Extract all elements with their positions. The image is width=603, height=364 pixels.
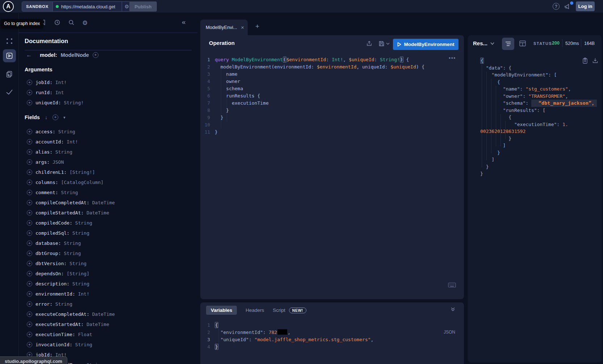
field-type[interactable]: Int! <box>78 291 89 297</box>
field-type[interactable]: Int! <box>67 139 78 145</box>
query-editor[interactable]: 1query ModelByEnvironment($environmentId… <box>200 56 461 136</box>
table-view-button[interactable] <box>519 41 526 46</box>
save-dropdown-chevron-icon[interactable] <box>386 42 390 45</box>
add-field-button[interactable]: + <box>27 301 32 307</box>
add-field-button[interactable]: + <box>27 180 32 185</box>
add-field-button[interactable]: + <box>27 159 32 165</box>
field-type[interactable]: String <box>75 342 92 347</box>
sidebar-item-explorer[interactable] <box>3 49 16 62</box>
field-type[interactable]: String <box>64 251 81 256</box>
field-name[interactable]: comment: <box>35 190 61 195</box>
sidebar-item-checks[interactable] <box>0 88 19 96</box>
keyboard-shortcuts-icon[interactable] <box>448 283 456 288</box>
add-field-button[interactable]: + <box>27 291 32 297</box>
settings-gear-icon[interactable]: ⚙ <box>82 19 88 27</box>
add-field-button[interactable]: + <box>27 311 32 317</box>
add-field-button[interactable]: + <box>27 322 32 327</box>
sidebar-item-schema[interactable] <box>0 70 19 78</box>
field-name[interactable]: dbtVersion: <box>35 261 70 266</box>
collapse-panel-icon[interactable]: « <box>182 18 186 26</box>
add-field-button[interactable]: + <box>27 281 32 286</box>
field-name[interactable]: compiledCode: <box>35 220 75 226</box>
field-name[interactable]: args: <box>35 159 53 165</box>
tab-headers[interactable]: Headers <box>246 306 264 315</box>
field-type[interactable]: String <box>55 301 72 307</box>
field-name[interactable]: executeStartedAt: <box>35 322 87 327</box>
response-viewer[interactable]: { "data": { "modelByEnvironment": [ { "n… <box>480 57 600 177</box>
save-button[interactable] <box>378 41 385 47</box>
add-field-button[interactable]: + <box>27 210 32 216</box>
field-name[interactable]: childrenL1: <box>35 170 70 175</box>
add-field-button[interactable]: + <box>27 200 32 205</box>
field-name[interactable]: dbtGroup: <box>35 251 64 256</box>
graph-index-icon[interactable] <box>5 37 14 45</box>
add-argument-button[interactable]: + <box>27 90 32 95</box>
field-type[interactable]: String <box>61 190 78 195</box>
field-name[interactable]: description: <box>35 281 72 286</box>
add-field-button[interactable]: + <box>27 149 32 155</box>
operation-tab[interactable]: ModelByEnvi... × <box>200 20 248 35</box>
add-field-button[interactable]: + <box>27 240 32 246</box>
field-type[interactable]: DateTime <box>92 311 115 317</box>
field-name[interactable]: executeCompletedAt: <box>35 311 92 317</box>
add-field-button[interactable]: + <box>27 271 32 276</box>
field-type[interactable]: String <box>87 362 104 364</box>
field-name[interactable]: executionTime: <box>35 332 78 337</box>
tab-script[interactable]: Script <box>273 306 285 315</box>
tab-variables[interactable]: Variables <box>206 306 237 315</box>
back-arrow-icon[interactable]: ← <box>26 52 32 58</box>
argument-type[interactable]: Int <box>55 90 64 95</box>
add-field-button[interactable]: + <box>27 332 32 337</box>
history-icon[interactable] <box>54 19 60 26</box>
add-argument-button[interactable]: + <box>27 80 32 85</box>
argument-name[interactable]: runId: <box>35 90 55 95</box>
share-button[interactable] <box>366 41 372 47</box>
field-name[interactable]: accountId: <box>35 139 67 145</box>
add-field-button[interactable]: + <box>27 139 32 145</box>
apollo-logo[interactable]: A <box>3 1 14 12</box>
field-type[interactable]: String <box>72 230 89 236</box>
field-type[interactable]: [CatalogColumn] <box>61 180 103 185</box>
add-field-button[interactable]: + <box>27 230 32 236</box>
field-type[interactable]: String <box>58 129 75 134</box>
argument-type[interactable]: Int! <box>55 80 67 85</box>
add-field-button[interactable]: + <box>27 251 32 256</box>
variables-editor[interactable]: 1{2 "environmentId": 782,3 "uniqueId": "… <box>200 322 461 351</box>
field-name[interactable]: database: <box>35 240 64 246</box>
field-type[interactable]: DateTime <box>87 322 109 327</box>
field-type[interactable]: DateTime <box>87 210 109 216</box>
search-icon[interactable] <box>68 19 75 26</box>
add-field-button[interactable]: + <box>27 129 32 134</box>
field-type[interactable]: String <box>72 281 89 286</box>
field-type[interactable]: String <box>55 149 72 155</box>
add-field-button[interactable]: + <box>27 190 32 195</box>
field-type[interactable]: [String!] <box>70 170 95 175</box>
add-field-button[interactable]: + <box>27 220 32 226</box>
run-operation-button[interactable]: ModelByEnvironment <box>393 39 458 50</box>
response-panel-title[interactable]: Res... <box>473 40 487 46</box>
add-argument-button[interactable]: + <box>27 100 32 105</box>
response-dropdown-chevron-icon[interactable] <box>490 42 494 45</box>
argument-type[interactable]: String! <box>64 100 84 105</box>
help-icon[interactable]: ? <box>553 3 560 10</box>
field-name[interactable]: alias: <box>35 149 55 155</box>
add-field-button[interactable]: + <box>27 261 32 266</box>
close-tab-icon[interactable]: × <box>241 24 244 30</box>
publish-button[interactable]: Publish <box>129 1 157 12</box>
field-type[interactable]: DateTime <box>92 200 115 205</box>
field-name[interactable]: compiledSql: <box>35 230 72 236</box>
endpoint-url-input[interactable]: https://metadata.cloud.get <box>61 4 116 9</box>
formatted-view-button[interactable] <box>502 38 514 50</box>
field-name[interactable]: error: <box>35 301 55 307</box>
sort-down-icon[interactable]: ↓ <box>45 114 47 120</box>
argument-name[interactable]: jobId: <box>35 80 55 85</box>
field-name[interactable]: access: <box>35 129 58 134</box>
endpoint-url-wrap[interactable]: https://metadata.cloud.get <box>53 2 122 11</box>
breadcrumb-type[interactable]: ModelNode <box>61 52 89 58</box>
add-all-fields-button[interactable]: + <box>53 114 58 120</box>
field-name[interactable]: columns: <box>35 180 61 185</box>
login-button[interactable]: Log in <box>576 1 595 11</box>
field-type[interactable]: JSON <box>53 159 64 165</box>
add-field-button[interactable]: + <box>93 52 99 58</box>
chevron-down-icon[interactable]: ▾ <box>63 115 66 120</box>
